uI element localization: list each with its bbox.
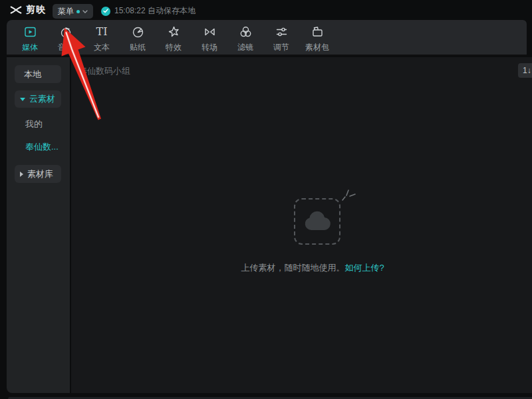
tab-audio[interactable]: 音频 (48, 20, 84, 55)
tab-filter[interactable]: 滤镜 (227, 20, 263, 55)
media-sidebar: 本地 云素材 我的 奉仙数... 素材库 (7, 57, 70, 393)
tab-sticker-label: 贴纸 (130, 42, 146, 53)
tab-audio-label: 音频 (58, 42, 74, 53)
menu-button[interactable]: 菜单 (53, 4, 93, 19)
filter-icon (239, 25, 253, 39)
upload-hint-text: 上传素材，随时随地使用。 (241, 263, 344, 273)
chevron-down-icon (82, 10, 88, 13)
tab-transition-label: 转场 (201, 42, 217, 53)
text-icon: TI (96, 25, 108, 39)
autosave-status: 15:08:22 自动保存本地 (101, 5, 196, 17)
capcut-logo-icon (9, 5, 23, 15)
upload-hint-row: 上传素材，随时随地使用。如何上传? (241, 262, 384, 274)
cloud-material-panel: 奉仙数码小组 1↓ 上传素材，随时随地使用。如何上传? (71, 57, 532, 393)
autosave-text: 15:08:22 自动保存本地 (114, 5, 196, 17)
audio-icon (59, 25, 73, 39)
tab-transition[interactable]: 转场 (192, 20, 227, 55)
asset-tabbar: 媒体 音频 TI 文本 贴纸 特效 转场 滤镜 (7, 20, 527, 56)
adjust-icon (275, 25, 289, 39)
sidebar-cloud-label: 云素材 (25, 93, 55, 105)
autosave-check-icon (101, 7, 110, 16)
menu-notification-dot (76, 10, 80, 13)
media-icon (23, 25, 37, 39)
tab-material-pack[interactable]: 素材包 (299, 20, 335, 55)
titlebar: 剪映 菜单 15:08:22 自动保存本地 (0, 0, 532, 20)
tab-media-label: 媒体 (22, 42, 38, 53)
app-title: 剪映 (26, 4, 46, 16)
capcut-window: { "titlebar": { "logo_text": "剪映", "menu… (0, 0, 532, 399)
menu-button-label: 菜单 (58, 6, 74, 17)
tab-media[interactable]: 媒体 (12, 20, 48, 55)
sidebar-local-label: 本地 (20, 68, 41, 80)
sticker-icon (131, 25, 145, 39)
sidebar-item-cloud-group[interactable]: 奉仙数... (15, 138, 61, 156)
sort-button[interactable]: 1↓ (518, 63, 532, 78)
cloud-upload-icon (303, 211, 332, 232)
tab-sticker[interactable]: 贴纸 (120, 20, 156, 55)
triangle-down-icon (20, 98, 25, 101)
sidebar-item-cloud[interactable]: 云素材 (15, 90, 61, 108)
app-logo: 剪映 (9, 4, 46, 16)
tab-adjust[interactable]: 调节 (263, 20, 299, 55)
sidebar-item-mine[interactable]: 我的 (15, 116, 61, 133)
sparkle-icon (340, 188, 357, 202)
sidebar-item-library[interactable]: 素材库 (15, 165, 61, 183)
tab-effects-label: 特效 (166, 42, 182, 53)
tab-material-pack-label: 素材包 (305, 42, 329, 53)
sidebar-mine-label: 我的 (15, 118, 43, 130)
sidebar-library-label: 素材库 (23, 168, 53, 180)
sidebar-item-local[interactable]: 本地 (15, 65, 61, 83)
material-pack-icon (311, 25, 325, 39)
sidebar-group-label: 奉仙数... (15, 141, 59, 153)
tab-filter-label: 滤镜 (237, 42, 253, 53)
upload-dropzone[interactable] (294, 198, 340, 245)
tab-adjust-label: 调节 (273, 42, 289, 53)
how-to-upload-link[interactable]: 如何上传? (344, 263, 384, 273)
tab-effects[interactable]: 特效 (156, 20, 192, 55)
effects-icon (167, 25, 181, 39)
panel-title: 奉仙数码小组 (78, 65, 130, 77)
tab-text[interactable]: TI 文本 (84, 20, 120, 55)
tab-text-label: 文本 (94, 42, 110, 53)
transition-icon (203, 25, 217, 39)
sort-button-label: 1↓ (523, 66, 531, 75)
